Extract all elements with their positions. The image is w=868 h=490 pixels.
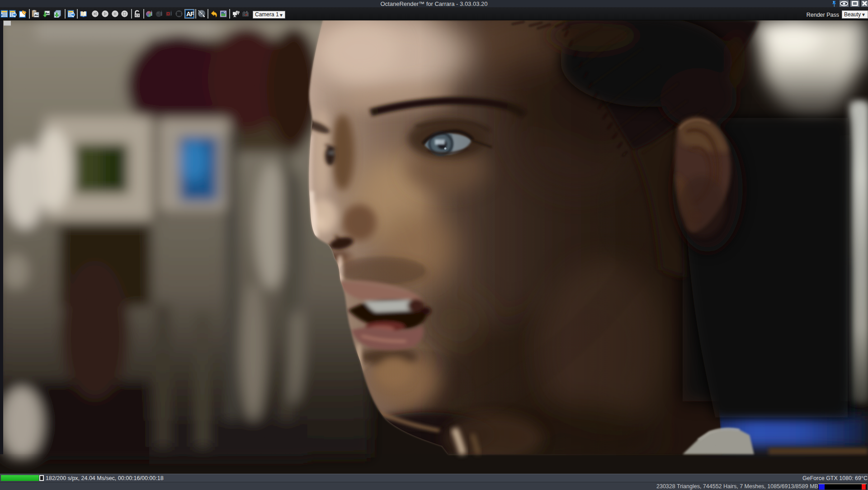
svg-text:AF: AF — [186, 10, 194, 18]
